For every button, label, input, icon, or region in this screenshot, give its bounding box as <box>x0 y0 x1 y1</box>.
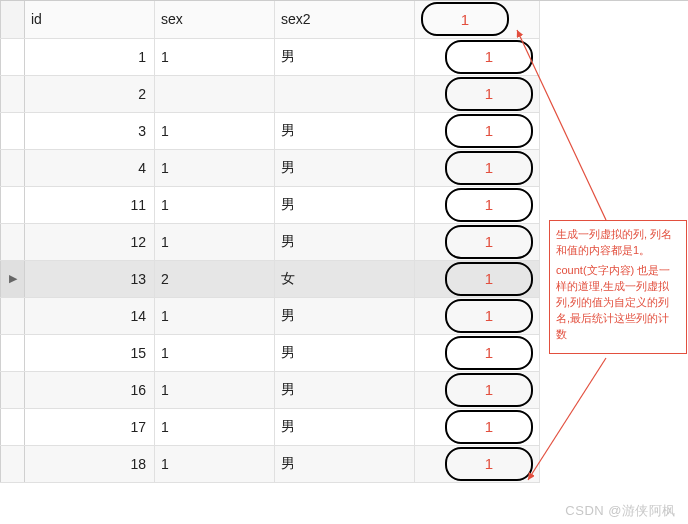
result-table: id sex sex2 1 11男12131男141男1111男1121男1▶1… <box>0 1 540 483</box>
row-gutter <box>1 223 25 260</box>
cell-sex2[interactable]: 女 <box>275 260 415 297</box>
table-row[interactable]: 111男1 <box>1 186 540 223</box>
row-gutter <box>1 334 25 371</box>
cell-one[interactable]: 1 <box>415 297 540 334</box>
cell-sex2[interactable]: 男 <box>275 38 415 75</box>
annotation-box: 生成一列虚拟的列, 列名和值的内容都是1。 count(文字内容) 也是一样的道… <box>549 220 687 354</box>
gutter-header <box>1 1 25 38</box>
col-sex-header[interactable]: sex <box>155 1 275 38</box>
one-pill: 1 <box>445 40 533 74</box>
row-gutter <box>1 149 25 186</box>
row-gutter <box>1 75 25 112</box>
cell-sex2[interactable]: 男 <box>275 371 415 408</box>
cell-sex[interactable]: 1 <box>155 38 275 75</box>
one-pill: 1 <box>445 151 533 185</box>
cell-sex[interactable]: 1 <box>155 186 275 223</box>
watermark: CSDN @游侠阿枫 <box>565 502 676 520</box>
cell-id[interactable]: 3 <box>25 112 155 149</box>
table-row[interactable]: 161男1 <box>1 371 540 408</box>
table-row[interactable]: 171男1 <box>1 408 540 445</box>
table-row[interactable]: 41男1 <box>1 149 540 186</box>
one-pill-header: 1 <box>421 2 509 36</box>
cell-one[interactable]: 1 <box>415 75 540 112</box>
cell-one[interactable]: 1 <box>415 260 540 297</box>
table-row[interactable]: 21 <box>1 75 540 112</box>
cell-one[interactable]: 1 <box>415 149 540 186</box>
one-pill: 1 <box>445 336 533 370</box>
one-pill: 1 <box>445 114 533 148</box>
cell-id[interactable]: 16 <box>25 371 155 408</box>
one-pill: 1 <box>445 299 533 333</box>
cell-id[interactable]: 1 <box>25 38 155 75</box>
cell-one[interactable]: 1 <box>415 186 540 223</box>
cell-sex2[interactable]: 男 <box>275 445 415 482</box>
cell-one[interactable]: 1 <box>415 334 540 371</box>
cell-sex[interactable]: 1 <box>155 112 275 149</box>
one-pill: 1 <box>445 410 533 444</box>
one-pill: 1 <box>445 225 533 259</box>
row-gutter <box>1 297 25 334</box>
cell-id[interactable]: 14 <box>25 297 155 334</box>
cell-id[interactable]: 4 <box>25 149 155 186</box>
annotation-p1: 生成一列虚拟的列, 列名和值的内容都是1。 <box>556 227 680 259</box>
row-gutter <box>1 408 25 445</box>
table-row[interactable]: 151男1 <box>1 334 540 371</box>
one-pill: 1 <box>445 188 533 222</box>
cell-one[interactable]: 1 <box>415 445 540 482</box>
row-gutter <box>1 38 25 75</box>
one-pill: 1 <box>445 447 533 481</box>
table-row[interactable]: ▶132女1 <box>1 260 540 297</box>
row-gutter <box>1 186 25 223</box>
cell-sex[interactable]: 1 <box>155 445 275 482</box>
col-id-header[interactable]: id <box>25 1 155 38</box>
table-row[interactable]: 181男1 <box>1 445 540 482</box>
table-row[interactable]: 11男1 <box>1 38 540 75</box>
table-row[interactable]: 121男1 <box>1 223 540 260</box>
cell-sex[interactable]: 1 <box>155 371 275 408</box>
cell-sex[interactable]: 1 <box>155 408 275 445</box>
cell-sex2[interactable]: 男 <box>275 112 415 149</box>
cell-id[interactable]: 12 <box>25 223 155 260</box>
cell-sex2[interactable] <box>275 75 415 112</box>
cell-sex2[interactable]: 男 <box>275 223 415 260</box>
cell-id[interactable]: 13 <box>25 260 155 297</box>
cell-one[interactable]: 1 <box>415 223 540 260</box>
cell-one[interactable]: 1 <box>415 371 540 408</box>
cell-sex2[interactable]: 男 <box>275 149 415 186</box>
cell-sex[interactable]: 1 <box>155 334 275 371</box>
annotation-p2: count(文字内容) 也是一样的道理,生成一列虚拟列,列的值为自定义的列名,最… <box>556 263 680 343</box>
cell-sex[interactable]: 1 <box>155 149 275 186</box>
one-pill: 1 <box>445 77 533 111</box>
row-gutter <box>1 445 25 482</box>
row-gutter: ▶ <box>1 260 25 297</box>
cell-sex2[interactable]: 男 <box>275 334 415 371</box>
col-one-header[interactable]: 1 <box>415 1 540 38</box>
col-sex2-header[interactable]: sex2 <box>275 1 415 38</box>
cell-sex[interactable]: 1 <box>155 223 275 260</box>
cell-sex2[interactable]: 男 <box>275 186 415 223</box>
cell-sex[interactable] <box>155 75 275 112</box>
cell-one[interactable]: 1 <box>415 112 540 149</box>
cell-sex[interactable]: 1 <box>155 297 275 334</box>
cell-id[interactable]: 2 <box>25 75 155 112</box>
cell-one[interactable]: 1 <box>415 408 540 445</box>
table-row[interactable]: 141男1 <box>1 297 540 334</box>
one-pill: 1 <box>445 373 533 407</box>
cell-sex2[interactable]: 男 <box>275 297 415 334</box>
table-row[interactable]: 31男1 <box>1 112 540 149</box>
cell-id[interactable]: 17 <box>25 408 155 445</box>
cell-id[interactable]: 15 <box>25 334 155 371</box>
cell-sex[interactable]: 2 <box>155 260 275 297</box>
table-header-row: id sex sex2 1 <box>1 1 540 38</box>
one-pill: 1 <box>445 262 533 296</box>
cell-id[interactable]: 11 <box>25 186 155 223</box>
row-gutter <box>1 371 25 408</box>
cell-id[interactable]: 18 <box>25 445 155 482</box>
row-gutter <box>1 112 25 149</box>
cell-sex2[interactable]: 男 <box>275 408 415 445</box>
cell-one[interactable]: 1 <box>415 38 540 75</box>
